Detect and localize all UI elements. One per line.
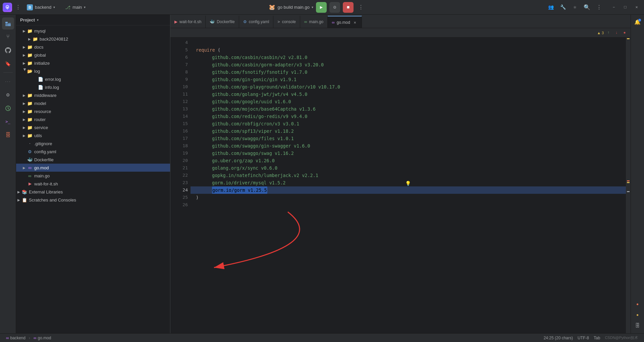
- project-selector[interactable]: B backend ▾: [24, 3, 58, 12]
- chevron-right-icon: ▶: [21, 117, 27, 122]
- tab-dockerfile[interactable]: 🐳 Dockerfile: [206, 16, 239, 28]
- sidebar-item-github[interactable]: [2, 44, 14, 56]
- minimize-button[interactable]: –: [609, 3, 619, 12]
- docker-tab-icon: 🐳: [210, 19, 215, 24]
- tree-item-router[interactable]: ▶ 📁 router: [16, 115, 170, 123]
- run-button[interactable]: ▶: [316, 2, 327, 13]
- tree-item-external-libraries[interactable]: ▶ 📚 External Libraries: [16, 188, 170, 196]
- run-settings-button[interactable]: ⚙: [329, 2, 340, 13]
- breadcrumb-project[interactable]: ∞ backend: [4, 334, 28, 342]
- titlebar-dots-button[interactable]: ⋮: [14, 3, 22, 11]
- tree-item-log[interactable]: ▶ 📂 log: [16, 67, 170, 75]
- lightbulb-icon: 💡: [405, 180, 411, 187]
- main-area: ⑂ 🔖 ··· ⚙ >_ 🗄 Project ▾ ▶: [0, 15, 644, 333]
- gomod-icon: ∞: [27, 165, 33, 171]
- branch-label: main: [72, 5, 82, 10]
- tree-item-utils[interactable]: ▶ 📁 utils: [16, 131, 170, 139]
- docker-icon: 🐳: [27, 157, 33, 163]
- tree-item-scratches[interactable]: ▶ 📋 Scratches and Consoles: [16, 196, 170, 204]
- tab-main-go[interactable]: ∞ main.go: [300, 16, 328, 28]
- navigate-down-button[interactable]: ↓: [613, 30, 620, 36]
- project-icon: B: [27, 4, 33, 10]
- file-tree: Project ▾ ▶ 📁 mysql ▶ 📁 back20240812 ▶: [16, 15, 170, 333]
- cursor-position[interactable]: 24:25 (20 chars): [542, 334, 575, 342]
- breadcrumb-file[interactable]: ∞ go.mod: [32, 334, 53, 342]
- project-chevron-icon: ▾: [53, 5, 55, 9]
- tree-item-docs[interactable]: ▶ 📁 docs: [16, 43, 170, 51]
- external-libraries-icon: 📚: [21, 189, 28, 195]
- code-line-5: require (: [191, 46, 626, 54]
- tree-item-global[interactable]: ▶ 📁 global: [16, 51, 170, 59]
- tree-item-mysql[interactable]: ▶ 📁 mysql: [16, 27, 170, 35]
- sidebar-item-debug[interactable]: [2, 102, 14, 114]
- database-right-icon[interactable]: 🗄: [633, 321, 642, 331]
- tree-item-config-yaml[interactable]: ⚙ config.yaml: [16, 148, 170, 156]
- yaml-icon: ⚙: [27, 149, 33, 155]
- navigate-up-button[interactable]: ↑: [605, 30, 612, 36]
- sh-tab-icon: ▶: [174, 19, 177, 24]
- editor-toolbar: ▲ 3 ↑ ↓ ●: [170, 28, 631, 38]
- search-everywhere-icon[interactable]: 🔍: [582, 3, 592, 12]
- tree-item-middleware[interactable]: ▶ 📁 middleware: [16, 91, 170, 99]
- project-tree-label: Project: [20, 17, 35, 22]
- svg-rect-4: [8, 23, 11, 26]
- tree-item-dockerfile[interactable]: 🐳 Dockerfile: [16, 156, 170, 164]
- tree-item-resource[interactable]: ▶ 📁 resource: [16, 107, 170, 115]
- right-panel-2-icon[interactable]: ●: [633, 310, 642, 320]
- chevron-down-icon: ▶: [21, 68, 27, 74]
- code-line-25: ): [191, 194, 626, 201]
- current-line-marker: [627, 191, 630, 192]
- code-content[interactable]: require ( github.com/casbin/casbin/v2 v2…: [191, 38, 626, 333]
- project-label: backend: [35, 5, 51, 10]
- close-button[interactable]: ✕: [632, 3, 641, 12]
- sidebar-item-dots[interactable]: ···: [2, 75, 14, 88]
- spacer-icon: [21, 157, 27, 162]
- tab-config-yaml[interactable]: ⚙ config.yaml: [239, 16, 274, 28]
- tree-item-model[interactable]: ▶ 📁 model: [16, 99, 170, 107]
- sidebar-item-git[interactable]: ⑂: [2, 31, 14, 43]
- indent-label[interactable]: Tab: [592, 334, 602, 342]
- spacer-icon: [32, 76, 38, 82]
- folder-purple-icon: 📁: [27, 92, 33, 98]
- tree-item-info-log[interactable]: 📄 info.log: [16, 83, 170, 91]
- plugins-icon[interactable]: ⚛: [570, 3, 580, 12]
- tab-close-button[interactable]: ✕: [352, 20, 358, 25]
- code-line-6: github.com/casbin/casbin/v2 v2.81.0: [191, 54, 626, 61]
- window-controls: – □ ✕: [609, 3, 641, 12]
- code-line-13: github.com/mojocn/base64Captcha v1.3.6: [191, 105, 626, 113]
- tree-item-go-mod[interactable]: ▶ ∞ go.mod: [16, 164, 170, 172]
- file-tree-content[interactable]: ▶ 📁 mysql ▶ 📁 back20240812 ▶ 📁 docs: [16, 25, 170, 333]
- sidebar-item-bookmark[interactable]: 🔖: [2, 58, 14, 70]
- maximize-button[interactable]: □: [621, 3, 630, 12]
- error-indicator-button[interactable]: ●: [621, 30, 628, 36]
- sidebar-item-terminal[interactable]: >_: [2, 116, 14, 128]
- collaboration-icon[interactable]: 👥: [546, 3, 555, 12]
- tree-item-main-go[interactable]: ∞ main.go: [16, 172, 170, 180]
- encoding-label[interactable]: UTF-8: [576, 334, 591, 342]
- sidebar-item-database[interactable]: 🗄: [2, 129, 14, 141]
- scrollbar-gutter: [626, 38, 631, 333]
- tree-item-back20240812[interactable]: ▶ 📁 back20240812: [16, 35, 170, 43]
- tree-item-service[interactable]: ▶ 📁 service: [16, 123, 170, 131]
- tree-item-error-log[interactable]: 📄 error.log: [16, 75, 170, 83]
- tab-console[interactable]: > console: [273, 16, 300, 28]
- more-run-options-button[interactable]: ⋮: [356, 3, 366, 12]
- right-panel-icon[interactable]: ●: [633, 300, 642, 309]
- code-line-20: go.uber.org/zap v1.26.0: [191, 157, 626, 164]
- main-menu-button[interactable]: ⋮: [594, 3, 604, 12]
- notification-icon[interactable]: 🔔: [633, 17, 642, 27]
- tools-icon[interactable]: 🔧: [558, 3, 568, 12]
- status-bar-left: ∞ backend › ∞ go.mod: [4, 334, 53, 342]
- tree-item-initialize[interactable]: ▶ 📁 initialize: [16, 59, 170, 67]
- folder-purple-icon: 📁: [27, 52, 33, 58]
- tree-item-gitignore[interactable]: · .gitignore: [16, 139, 170, 148]
- sidebar-item-project[interactable]: [2, 17, 14, 30]
- status-bar-right: 24:25 (20 chars) UTF-8 Tab CSDN@Python技术: [542, 334, 640, 342]
- tab-wait-for-it[interactable]: ▶ wait-for-it.sh: [170, 16, 206, 28]
- tab-go-mod[interactable]: ∞ go.mod ✕: [328, 16, 362, 28]
- sidebar-item-settings[interactable]: ⚙: [2, 89, 14, 101]
- stop-button[interactable]: ■: [343, 2, 354, 13]
- breadcrumb-separator: ›: [29, 336, 30, 340]
- tree-item-wait-for-it[interactable]: ▶ wait-for-it.sh: [16, 180, 170, 188]
- branch-selector[interactable]: ⎇ main ▾: [62, 3, 88, 11]
